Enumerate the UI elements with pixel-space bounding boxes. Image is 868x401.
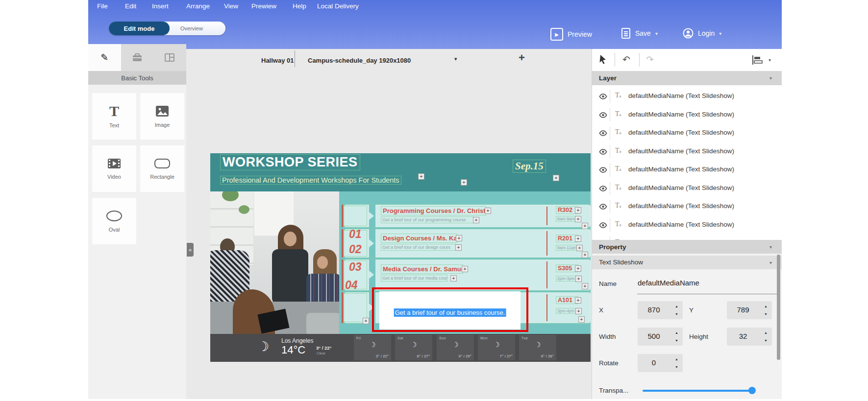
stepper-up-icon[interactable]: ▲ (764, 305, 768, 308)
design-date[interactable]: Sep.15 (513, 160, 546, 172)
design-title[interactable]: WORKSHOP SERIES (221, 155, 360, 170)
stepper-down-icon[interactable]: ▼ (675, 312, 678, 316)
eye-icon[interactable] (599, 149, 607, 155)
eye-icon[interactable] (599, 112, 607, 118)
selection-outline[interactable] (372, 287, 528, 332)
row-number-box[interactable] (344, 206, 367, 226)
select-cursor-icon[interactable] (599, 54, 608, 65)
stepper-up-icon[interactable]: ▲ (675, 357, 678, 361)
row-number[interactable]: 01 (349, 228, 362, 241)
menu-help[interactable]: Help (293, 2, 306, 10)
align-icon[interactable] (752, 55, 763, 65)
name-input[interactable]: defaultMediaName (638, 279, 699, 287)
y-stepper[interactable]: 789 ▲▼ (727, 301, 772, 319)
add-layout-button[interactable]: + (519, 51, 525, 64)
width-value[interactable]: 500 (638, 332, 670, 340)
eye-icon[interactable] (599, 94, 607, 99)
layer-caret-icon[interactable]: ▾ (769, 75, 772, 81)
schedule-row-1[interactable]: Programming Courses / Dr. Christina Abre… (342, 205, 591, 227)
save-caret-icon[interactable]: ▾ (655, 31, 658, 36)
stepper-up-icon[interactable]: ▲ (764, 331, 768, 334)
weather-widget[interactable]: ☽ Los Angeles 14°C 3° / 22° Clear Fri ☽ … (210, 334, 591, 362)
tool-text[interactable]: T Text (92, 93, 136, 140)
redo-icon[interactable]: ↷ (646, 54, 654, 65)
layer-row[interactable]: TadefaultMediaName (Text Slideshow) (592, 142, 782, 162)
stepper-up-icon[interactable]: ▲ (675, 305, 678, 308)
text-add-button[interactable]: + (462, 266, 468, 272)
menu-file[interactable]: File (97, 2, 108, 10)
menu-insert[interactable]: Insert (152, 2, 169, 10)
course-title[interactable]: Programming Courses / Dr. Christina Abre… (381, 207, 486, 215)
text-add-button[interactable]: + (456, 235, 462, 241)
layer-row[interactable]: TadefaultMediaName (Text Slideshow) (592, 124, 782, 143)
transparency-slider-handle[interactable] (748, 387, 756, 394)
menu-arrange[interactable]: Arrange (186, 2, 210, 10)
property-section-header[interactable]: Property ▾ (592, 240, 782, 254)
x-value[interactable]: 870 (638, 306, 670, 314)
text-add-button[interactable]: + (485, 208, 491, 214)
text-add-button[interactable]: + (575, 216, 581, 222)
text-add-button[interactable]: + (363, 318, 369, 324)
sidebar-collapse-handle[interactable]: « (187, 243, 194, 257)
text-add-button[interactable]: + (575, 297, 581, 304)
eye-icon[interactable] (599, 222, 607, 228)
layer-section-header[interactable]: Layer ▾ (592, 71, 782, 85)
text-add-button[interactable]: + (455, 244, 462, 251)
schedule-row-2[interactable]: Design Courses / Ms. Karen Popp + Get a … (342, 229, 591, 258)
row-number[interactable]: 03 (349, 260, 362, 274)
row-number[interactable]: 02 (349, 243, 362, 256)
text-add-button[interactable]: + (450, 275, 457, 282)
screen-name[interactable]: Hallway 01 (261, 57, 294, 64)
tool-image[interactable]: Image (140, 93, 184, 140)
undo-icon[interactable]: ↶ (622, 54, 630, 65)
course-desc[interactable]: Get a brief tour of our media course. (381, 275, 447, 281)
align-caret-icon[interactable]: ▾ (769, 57, 771, 63)
date-add-button[interactable]: + (553, 175, 559, 181)
eye-icon[interactable] (599, 204, 607, 210)
menu-edit[interactable]: Edit (125, 2, 136, 10)
text-add-button[interactable]: + (473, 217, 479, 223)
stepper-down-icon[interactable]: ▼ (675, 339, 678, 342)
height-value[interactable]: 32 (727, 332, 759, 340)
room-time[interactable]: 2pm-3pm (556, 276, 577, 281)
design-photo[interactable] (210, 191, 339, 334)
text-add-button[interactable]: + (575, 308, 582, 314)
course-title[interactable]: Design Courses / Ms. Karen Popp (381, 234, 457, 242)
room-time[interactable]: 9am-11am (556, 245, 578, 250)
menu-preview[interactable]: Prewiew (251, 2, 276, 10)
room-time[interactable]: 3pm-4pm (556, 308, 577, 313)
rotate-value[interactable]: 0 (638, 358, 670, 367)
property-caret-icon[interactable]: ▾ (769, 244, 772, 250)
menu-local-delivery[interactable]: Local Delivery (317, 2, 359, 10)
eye-icon[interactable] (599, 186, 607, 191)
rotate-stepper[interactable]: 0 ▲▼ (638, 354, 683, 372)
edit-mode-toggle[interactable]: Edit mode (109, 22, 170, 35)
stepper-down-icon[interactable]: ▼ (675, 365, 678, 369)
room-time[interactable]: 8am-9am (556, 216, 576, 221)
tab-widgets[interactable] (121, 44, 154, 71)
eye-icon[interactable] (599, 167, 607, 173)
preview-button[interactable]: ▶ Preview (550, 28, 592, 41)
tab-basic-tools[interactable]: ✎ (88, 44, 121, 71)
login-button[interactable]: Login ▾ (683, 28, 721, 39)
save-button[interactable]: Save ▾ (621, 28, 658, 39)
layer-row[interactable]: TadefaultMediaName (Text Slideshow) (592, 161, 782, 180)
panel-scrollbar[interactable] (777, 255, 780, 360)
stepper-up-icon[interactable]: ▲ (675, 331, 678, 334)
text-add-button[interactable]: + (575, 236, 581, 242)
text-add-button[interactable]: + (576, 245, 583, 251)
text-add-button[interactable]: + (575, 276, 582, 282)
layer-row[interactable]: TadefaultMediaName (Text Slideshow) (592, 197, 782, 216)
layout-name-dropdown[interactable]: Campus-schedule_day 1920x1080 (308, 57, 411, 64)
layer-row[interactable]: TadefaultMediaName (Text Slideshow) (592, 87, 782, 106)
text-add-button[interactable]: + (575, 265, 581, 272)
title-add-button[interactable]: + (418, 173, 424, 180)
schedule-row-3[interactable]: Media Courses / Dr. Samuel Wheele + Get … (342, 259, 591, 290)
course-desc[interactable]: Get a brief tour of our design cours (381, 244, 456, 250)
text-add-button[interactable]: + (582, 283, 588, 289)
stepper-down-icon[interactable]: ▼ (764, 312, 768, 316)
text-add-button[interactable]: + (582, 252, 588, 258)
eye-icon[interactable] (599, 130, 607, 136)
tab-layouts[interactable] (153, 44, 186, 71)
stepper-down-icon[interactable]: ▼ (764, 339, 768, 342)
